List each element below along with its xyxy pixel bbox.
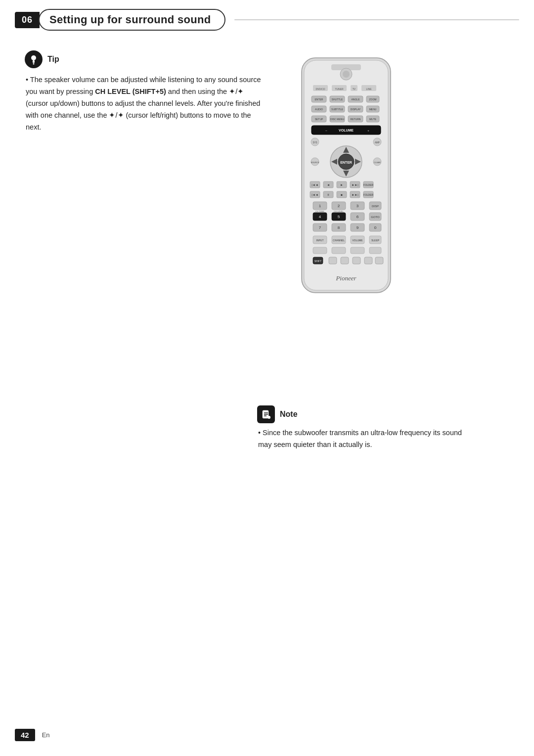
svg-rect-119 [329,257,337,264]
svg-text:SHUTTLE: SHUTTLE [332,98,343,101]
chapter-number: 06 [15,12,40,28]
svg-text:1: 1 [319,204,321,208]
svg-text:◄: ◄ [327,183,330,186]
svg-text:SLEEP: SLEEP [371,239,380,242]
svg-rect-114 [332,247,346,254]
svg-text:SYS: SYS [312,141,317,144]
svg-text:INPUT: INPUT [316,239,324,242]
svg-text:LINE: LINE [366,88,372,90]
svg-rect-113 [313,247,327,254]
chapter-title: Setting up for surround sound [39,9,225,31]
svg-text:6: 6 [356,215,359,219]
remote-svg: DVD/CD TUNER TV LINE ENTER SHUTTLE ANGLE… [294,55,398,298]
svg-text:0: 0 [374,225,377,230]
note-label: Note [280,410,298,419]
svg-text:ENTER: ENTER [340,161,352,164]
svg-text:CH LEVEL: CH LEVEL [334,210,344,213]
svg-text:DISPLAY: DISPLAY [351,108,361,111]
page-footer: 42 En [0,729,534,741]
svg-text:AMP: AMP [375,141,380,144]
svg-text:CLEAR: CLEAR [374,161,380,164]
svg-text:8: 8 [338,225,340,230]
footer-language: En [42,731,50,739]
svg-text:CH TONE: CH TONE [315,210,324,213]
svg-text:SETUP: SETUP [315,118,323,121]
svg-text:|◄◄: |◄◄ [312,183,318,186]
svg-text:7: 7 [319,225,321,230]
svg-point-129 [267,416,270,419]
svg-text:+: + [367,129,369,132]
svg-text:SOURCE: SOURCE [311,161,319,164]
svg-text:5: 5 [338,215,340,219]
svg-text:SUBTITLE: SUBTITLE [331,108,344,111]
tip-icon [25,50,43,68]
svg-text:►: ► [340,183,343,186]
svg-point-2 [33,63,35,65]
svg-text:FOLDER: FOLDER [363,193,374,196]
svg-text:DISP: DISP [372,205,379,208]
svg-text:4: 4 [319,215,321,219]
tip-text: • The speaker volume can be adjusted whi… [25,74,262,133]
svg-text:ZOOM: ZOOM [369,98,377,101]
svg-text:VOLUME: VOLUME [352,239,363,242]
svg-text:Pioneer: Pioneer [335,274,356,282]
svg-rect-122 [364,257,372,264]
header-divider [234,19,519,20]
svg-text:►►|: ►►| [352,193,358,196]
svg-text:DISC MENU: DISC MENU [330,118,344,121]
svg-text:AUDIO: AUDIO [315,108,323,111]
svg-text:ANGLE: ANGLE [352,98,360,101]
svg-rect-120 [341,257,349,264]
svg-text:MENU: MENU [369,108,377,111]
svg-rect-121 [353,257,360,264]
svg-text:TUNER: TUNER [335,88,344,90]
svg-text:►►|: ►►| [352,183,358,186]
main-content: Tip • The speaker volume can be adjusted… [0,36,534,299]
svg-text:RETURN: RETURN [351,118,361,121]
svg-point-0 [31,55,36,60]
svg-text:|◄◄: |◄◄ [312,193,318,196]
svg-text:GOTO: GOTO [371,216,380,219]
svg-text:SHIFT: SHIFT [314,260,321,263]
svg-text:9: 9 [356,225,359,230]
svg-rect-115 [351,247,364,254]
svg-text:II: II [327,193,329,196]
svg-rect-123 [375,257,383,264]
svg-text:CHANNEL: CHANNEL [333,239,345,242]
svg-text:VOLUME: VOLUME [339,129,354,132]
svg-text:3: 3 [356,204,359,208]
svg-rect-1 [33,60,35,63]
svg-text:TV: TV [353,88,356,90]
svg-point-7 [343,71,350,78]
tip-label: Tip [47,55,59,64]
tip-header: Tip [25,50,262,68]
remote-control-column: DVD/CD TUNER TV LINE ENTER SHUTTLE ANGLE… [272,55,420,299]
svg-text:MUTE: MUTE [369,118,377,121]
tip-box: Tip • The speaker volume can be adjusted… [25,50,262,133]
page-number: 42 [15,729,35,741]
tip-bold-phrase: CH LEVEL (SHIFT+5) [95,88,166,95]
svg-text:■: ■ [341,193,343,196]
remote-control-image: DVD/CD TUNER TV LINE ENTER SHUTTLE ANGLE… [294,55,398,299]
note-text: • Since the subwoofer transmits an ultra… [257,427,475,451]
note-icon [257,405,275,423]
svg-text:DVD/CD: DVD/CD [315,88,325,90]
svg-text:FOLDER: FOLDER [363,183,374,186]
left-column: Tip • The speaker volume can be adjusted… [25,50,262,299]
page-header: 06 Setting up for surround sound [0,0,534,36]
svg-text:2: 2 [338,204,340,208]
note-header: Note [257,405,475,423]
note-section: Note • Since the subwoofer transmits an … [237,405,494,451]
svg-text:ENTER: ENTER [315,98,323,101]
svg-rect-116 [369,247,381,254]
